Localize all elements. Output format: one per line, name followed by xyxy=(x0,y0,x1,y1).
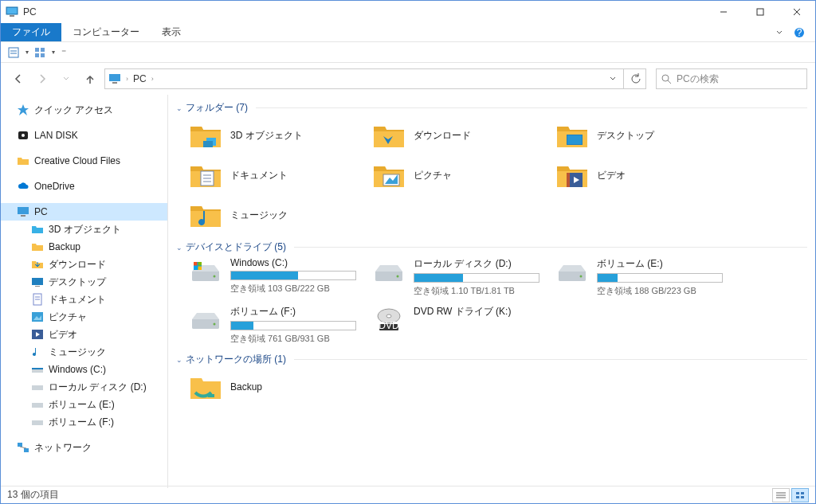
properties-icon[interactable] xyxy=(6,45,22,61)
chevron-down-icon: ⌄ xyxy=(176,104,182,112)
up-button[interactable] xyxy=(80,69,100,88)
sidebar-pc[interactable]: PC xyxy=(1,203,167,221)
breadcrumb[interactable]: PC xyxy=(133,73,147,84)
svg-rect-13 xyxy=(41,48,45,52)
folder-item[interactable]: ピクチャ xyxy=(372,158,555,193)
menu-file[interactable]: ファイル xyxy=(1,23,61,41)
sidebar-item[interactable]: Backup xyxy=(1,238,167,256)
drive-usage-bar xyxy=(230,271,356,280)
folder-icon xyxy=(189,160,222,190)
maximize-button[interactable] xyxy=(742,1,779,23)
recent-button[interactable] xyxy=(57,69,76,88)
svg-rect-75 xyxy=(801,492,804,494)
sidebar-item[interactable]: ボリューム (E:) xyxy=(1,396,167,413)
details-view-button[interactable] xyxy=(772,488,790,502)
sidebar-ccfiles[interactable]: Creative Cloud Files xyxy=(1,152,167,170)
layout-icon[interactable] xyxy=(32,45,48,61)
search-input[interactable]: PCの検索 xyxy=(656,68,807,89)
sidebar-item[interactable]: ピクチャ xyxy=(1,308,167,326)
folder-label: ビデオ xyxy=(597,169,626,182)
drive-item[interactable]: ボリューム (F:)空き領域 761 GB/931 GB xyxy=(189,305,372,345)
section-drives-header[interactable]: ⌄ デバイスとドライブ (5) xyxy=(176,237,807,257)
drive-free-text: 空き領域 1.10 TB/1.81 TB xyxy=(414,285,539,297)
dropdown-icon[interactable]: ▾ xyxy=(52,49,55,56)
expand-ribbon-button[interactable] xyxy=(769,23,790,41)
sidebar-quickaccess[interactable]: クイック アクセス xyxy=(1,101,167,119)
dropdown-icon[interactable]: ▾ xyxy=(26,49,29,56)
navigation-pane: クイック アクセス LAN DISK Creative Cloud Files … xyxy=(1,95,168,488)
folder-icon xyxy=(17,154,29,167)
svg-text:?: ? xyxy=(797,27,802,38)
help-button[interactable]: ? xyxy=(790,23,809,41)
folder-item[interactable]: ダウンロード xyxy=(372,118,555,153)
drive-item[interactable]: ローカル ディスク (D:)空き領域 1.10 TB/1.81 TB xyxy=(372,257,555,297)
chevron-down-icon: ⌄ xyxy=(176,244,182,252)
desktop-icon xyxy=(31,275,44,288)
folder-icon xyxy=(189,200,222,230)
sidebar-item[interactable]: ボリューム (F:) xyxy=(1,413,167,431)
svg-rect-40 xyxy=(18,443,22,447)
minimize-button[interactable] xyxy=(705,1,742,23)
refresh-button[interactable] xyxy=(624,68,646,89)
address-dropdown[interactable] xyxy=(606,75,620,83)
svg-rect-76 xyxy=(796,496,799,498)
drive-icon xyxy=(372,257,406,287)
drive-item[interactable]: ボリューム (E:)空き領域 188 GB/223 GB xyxy=(555,257,739,297)
chevron-right-icon[interactable]: › xyxy=(151,75,154,83)
chevron-right-icon[interactable]: › xyxy=(126,75,128,83)
sidebar-item[interactable]: ドキュメント xyxy=(1,291,167,308)
sidebar-item[interactable]: デスクトップ xyxy=(1,273,167,291)
folder-label: ミュージック xyxy=(230,209,288,222)
svg-rect-27 xyxy=(35,286,40,287)
section-network-header[interactable]: ⌄ ネットワークの場所 (1) xyxy=(176,350,807,369)
overflow-icon[interactable]: ⁼ xyxy=(61,47,66,58)
folder-icon xyxy=(555,120,589,150)
folder-item[interactable]: ドキュメント xyxy=(189,158,372,193)
drive-icon xyxy=(189,257,222,287)
sidebar-item[interactable]: ミュージック xyxy=(1,343,167,361)
section-folders-header[interactable]: ⌄ フォルダー (7) xyxy=(176,98,807,118)
folder-icon xyxy=(189,372,222,402)
back-button[interactable] xyxy=(9,69,28,88)
sidebar-network[interactable]: ネットワーク xyxy=(1,439,167,456)
folder-label: デスクトップ xyxy=(597,129,654,143)
sidebar-onedrive[interactable]: OneDrive xyxy=(1,178,167,195)
drive-item[interactable]: Windows (C:)空き領域 103 GB/222 GB xyxy=(189,257,372,297)
folder-item[interactable]: ミュージック xyxy=(189,197,372,232)
chevron-down-icon: ⌄ xyxy=(176,356,182,364)
close-button[interactable] xyxy=(779,1,815,23)
menu-computer[interactable]: コンピューター xyxy=(61,23,151,41)
menu-view[interactable]: 表示 xyxy=(151,23,192,41)
sidebar-item[interactable]: ダウンロード xyxy=(1,256,167,273)
svg-rect-70 xyxy=(208,394,214,397)
sidebar-item[interactable]: ビデオ xyxy=(1,326,167,343)
drive-usage-bar xyxy=(230,321,356,330)
drive-item[interactable]: DVDDVD RW ドライブ (K:) xyxy=(372,305,555,345)
svg-rect-77 xyxy=(801,496,804,498)
folder-icon xyxy=(555,160,589,190)
folder-item[interactable]: 3D オブジェクト xyxy=(189,118,372,153)
sidebar-item[interactable]: 3D オブジェクト xyxy=(1,221,167,238)
drive-icon xyxy=(189,305,222,335)
cloud-icon xyxy=(17,180,29,193)
sidebar-item[interactable]: ローカル ディスク (D:) xyxy=(1,378,167,396)
svg-rect-15 xyxy=(41,53,45,57)
music-icon xyxy=(31,346,44,358)
drive-icon xyxy=(31,398,44,411)
folder-item[interactable]: デスクトップ xyxy=(555,118,739,153)
svg-rect-74 xyxy=(796,492,799,494)
svg-point-19 xyxy=(662,75,669,81)
svg-rect-61 xyxy=(194,267,198,271)
search-placeholder: PCの検索 xyxy=(677,72,719,86)
svg-rect-44 xyxy=(203,141,213,147)
svg-rect-39 xyxy=(32,420,43,425)
svg-line-42 xyxy=(20,447,26,448)
svg-point-63 xyxy=(397,275,399,278)
tiles-view-button[interactable] xyxy=(791,488,809,502)
sidebar-item[interactable]: Windows (C:) xyxy=(1,361,167,378)
network-folder-item[interactable]: Backup xyxy=(189,369,372,404)
folder-item[interactable]: ビデオ xyxy=(555,158,739,193)
forward-button[interactable] xyxy=(33,69,52,88)
sidebar-landisk[interactable]: LAN DISK xyxy=(1,127,167,144)
address-bar[interactable]: › PC › xyxy=(104,68,624,89)
